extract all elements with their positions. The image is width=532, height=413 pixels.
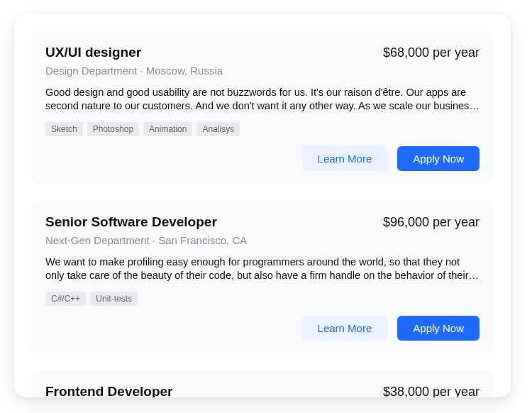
job-description: We want to make profiling easy enough fo… xyxy=(45,255,480,283)
job-listing: UX/UI designer $68,000 per year Design D… xyxy=(31,31,494,184)
job-listing: Senior Software Developer $96,000 per ye… xyxy=(31,201,494,353)
learn-more-button[interactable]: Learn More xyxy=(302,146,388,171)
job-tag: Photoshop xyxy=(87,122,139,136)
learn-more-button[interactable]: Learn More xyxy=(302,316,388,341)
job-title: Frontend Developer xyxy=(45,383,172,397)
jobs-card: UX/UI designer $68,000 per year Design D… xyxy=(14,14,511,397)
job-tag: Animation xyxy=(143,122,192,136)
job-actions: Learn More Apply Now xyxy=(45,316,480,341)
job-tag: Unit-tests xyxy=(90,292,138,306)
job-tag: Analisys xyxy=(196,122,240,136)
job-header: Frontend Developer $38,000 per year xyxy=(45,383,480,397)
job-tag: C#/C++ xyxy=(45,292,86,306)
apply-now-button[interactable]: Apply Now xyxy=(397,146,480,171)
job-subline: Next-Gen Department · San Francisco, CA xyxy=(45,234,480,246)
job-salary: $68,000 per year xyxy=(383,45,480,60)
job-salary: $96,000 per year xyxy=(383,215,480,230)
job-subline: Design Department · Moscow, Russia xyxy=(45,65,480,77)
page-root: UX/UI designer $68,000 per year Design D… xyxy=(0,0,532,413)
apply-now-button[interactable]: Apply Now xyxy=(397,316,480,341)
job-tags: C#/C++ Unit-tests xyxy=(45,292,480,306)
job-title: Senior Software Developer xyxy=(45,214,217,231)
job-listing: Frontend Developer $38,000 per year Depa… xyxy=(31,370,494,397)
job-header: Senior Software Developer $96,000 per ye… xyxy=(45,214,480,231)
job-tag: Sketch xyxy=(45,122,83,136)
job-salary: $38,000 per year xyxy=(383,385,480,397)
job-tags: Sketch Photoshop Animation Analisys xyxy=(45,122,480,136)
job-actions: Learn More Apply Now xyxy=(45,146,480,171)
job-title: UX/UI designer xyxy=(45,44,141,61)
job-header: UX/UI designer $68,000 per year xyxy=(45,44,480,61)
job-description: Good design and good usability are not b… xyxy=(45,86,480,114)
